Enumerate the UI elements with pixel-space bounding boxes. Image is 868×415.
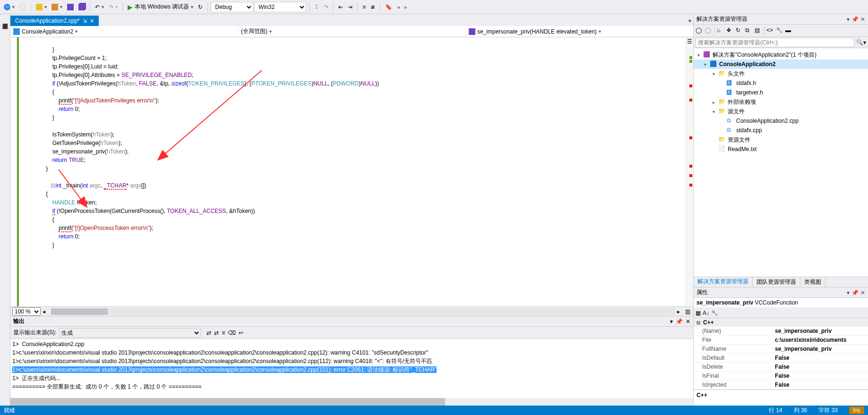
tab-class-view[interactable]: 类视图: [800, 277, 825, 288]
se-fwd-icon[interactable]: ◯: [705, 27, 713, 34]
se-home-icon[interactable]: ⌂: [717, 27, 724, 34]
props-grid[interactable]: ⊟C++ (Name)se_impersonate_privFilec:\use…: [694, 318, 868, 390]
status-line: 行 14: [769, 407, 782, 415]
new-item-button[interactable]: [34, 3, 49, 11]
se-refresh-icon[interactable]: ↻: [736, 27, 743, 34]
out-clear-icon[interactable]: ⌫: [228, 330, 236, 336]
save-all-button[interactable]: [77, 3, 87, 11]
code-area[interactable]: } tp.PrivilegeCount = 1; tp.Privileges[0…: [40, 37, 686, 306]
solution-tree[interactable]: ▾解决方案"ConsoleApplication2"(1 个项目) ▾Conso…: [694, 48, 868, 277]
out-tool-2-icon[interactable]: ⇄: [214, 330, 219, 336]
sln-node[interactable]: ▾解决方案"ConsoleApplication2"(1 个项目): [694, 50, 868, 59]
status-ins: Ins: [849, 407, 864, 414]
props-row[interactable]: Filec:\users\xinxin\documents: [694, 336, 868, 345]
config-select[interactable]: Debug: [211, 2, 253, 12]
step-over-icon[interactable]: ↷: [322, 3, 330, 11]
file-app-cpp[interactable]: ConsoleApplication2.cpp: [694, 116, 868, 126]
props-wrench-icon[interactable]: 🔧: [711, 310, 718, 316]
proj-node[interactable]: ▾ConsoleApplication2: [694, 59, 868, 69]
nav-back-button[interactable]: ←: [2, 3, 17, 11]
ext-deps-folder[interactable]: ▸外部依赖项: [694, 97, 868, 107]
props-pin-icon[interactable]: 📌: [851, 289, 859, 296]
props-row[interactable]: IsDefaultFalse: [694, 354, 868, 363]
se-showall-icon[interactable]: ▤: [755, 27, 762, 34]
file-readme[interactable]: ReadMe.txt: [694, 144, 868, 154]
se-prop-icon[interactable]: 🔧: [776, 27, 783, 34]
bookmark-prev-icon[interactable]: ◂: [395, 3, 402, 11]
nav-member-select[interactable]: se_impersonate_priv(HANDLE elevated_toke…: [466, 26, 693, 37]
zoom-select[interactable]: 100 %: [12, 307, 41, 316]
output-source-select[interactable]: 生成: [59, 328, 201, 338]
file-tab-active[interactable]: ConsoleApplication2.cpp* ⇲ ✕: [10, 16, 99, 26]
solution-explorer-toolbar: ◯ ◯ ⌂ ❖ ↻ ⧉ ▤ <> 🔧 ▬: [694, 25, 868, 37]
out-tool-1-icon[interactable]: ⇄: [206, 330, 211, 336]
se-pin-icon[interactable]: 📌: [851, 16, 859, 23]
se-dropdown-icon[interactable]: ▾: [847, 16, 850, 23]
tab-solution-explorer[interactable]: 解决方案资源管理器: [694, 276, 753, 288]
search-icon[interactable]: 🔍: [856, 39, 863, 46]
bookmark-next-icon[interactable]: ▸: [403, 3, 409, 11]
bookmark-icon[interactable]: 🔖: [383, 3, 394, 11]
src-folder[interactable]: ▾源文件: [694, 107, 868, 116]
output-body[interactable]: 1> ConsoleApplication2.cpp 1>c:\users\xi…: [10, 339, 693, 398]
props-cat-cpp[interactable]: ⊟C++: [694, 318, 868, 327]
split-view-icon[interactable]: ▥: [684, 308, 691, 315]
file-stdafx-h[interactable]: stdafx.h: [694, 78, 868, 88]
start-debug-button[interactable]: ▶本地 Windows 调试器: [126, 2, 195, 12]
undo-button[interactable]: ↶: [93, 3, 106, 11]
open-button[interactable]: [50, 3, 64, 11]
indent-more-icon[interactable]: ⇥: [346, 3, 354, 11]
output-close-icon[interactable]: ✕: [686, 318, 690, 325]
props-dropdown-icon[interactable]: ▾: [847, 289, 850, 296]
headers-folder[interactable]: ▾头文件: [694, 69, 868, 78]
indent-less-icon[interactable]: ⇤: [336, 3, 345, 11]
file-stdafx-cpp[interactable]: stdafx.cpp: [694, 126, 868, 135]
se-close-icon[interactable]: ✕: [860, 16, 865, 23]
props-toolbar: ▦ A↓ 🔧: [694, 308, 868, 318]
save-button[interactable]: [65, 3, 76, 11]
scroll-overview[interactable]: ☰: [686, 37, 693, 306]
output-pin-icon[interactable]: 📌: [676, 318, 683, 325]
out-wrap-icon[interactable]: ↩: [239, 330, 243, 336]
out-tool-3-icon[interactable]: ≡: [222, 330, 225, 336]
output-h-scrollbar[interactable]: [10, 398, 693, 406]
props-row[interactable]: IsDeleteFalse: [694, 363, 868, 372]
uncomment-icon[interactable]: ≢: [369, 3, 377, 11]
pin-icon[interactable]: ⇲: [83, 18, 87, 24]
props-row[interactable]: FullNamese_impersonate_priv: [694, 345, 868, 354]
se-back-icon[interactable]: ◯: [696, 27, 703, 34]
output-panel: 输出 ▾ 📌 ✕ 显示输出来源(S): 生成 ⇄ ⇄ ≡ ⌫ ↩ 1> Cons…: [10, 316, 693, 406]
restart-icon[interactable]: ↻: [196, 3, 205, 11]
props-row[interactable]: (Name)se_impersonate_priv: [694, 327, 868, 336]
props-row[interactable]: IsFinalFalse: [694, 372, 868, 381]
se-sync-icon[interactable]: ❖: [726, 27, 734, 34]
tab-team-explorer[interactable]: 团队资源管理器: [753, 277, 800, 288]
nav-scope-select[interactable]: ConsoleApplication2: [10, 26, 238, 37]
start-debug-label: 本地 Windows 调试器: [135, 3, 189, 11]
props-cat-icon[interactable]: ▦: [696, 310, 701, 316]
res-folder[interactable]: 资源文件: [694, 135, 868, 144]
output-dropdown-icon[interactable]: ▾: [670, 318, 673, 325]
se-code-icon[interactable]: <>: [766, 27, 774, 34]
search-dd-icon[interactable]: ▾: [863, 39, 866, 46]
comment-icon[interactable]: ≡: [361, 3, 368, 11]
nav-fwd-button[interactable]: [17, 3, 28, 11]
props-row[interactable]: IsInjectedFalse: [694, 381, 868, 390]
platform-select[interactable]: Win32: [254, 2, 306, 12]
h-scrollbar[interactable]: [51, 308, 675, 315]
code-editor[interactable]: } tp.PrivilegeCount = 1; tp.Privileges[0…: [10, 37, 693, 306]
step-into-icon[interactable]: ↧: [312, 3, 321, 11]
se-collapse-icon[interactable]: ⧉: [745, 27, 753, 34]
se-dark-icon[interactable]: ▬: [785, 27, 793, 34]
split-icon[interactable]: ☰: [687, 38, 692, 45]
file-targetver-h[interactable]: targetver.h: [694, 88, 868, 97]
close-icon[interactable]: ✕: [90, 18, 94, 24]
tab-overflow-icon[interactable]: ▾: [687, 16, 693, 26]
se-search-input[interactable]: [696, 38, 854, 47]
redo-button[interactable]: ↷: [107, 3, 120, 11]
code-nav-bar: ConsoleApplication2 (全局范围) se_impersonat…: [10, 26, 693, 37]
props-az-icon[interactable]: A↓: [703, 310, 709, 316]
nav-context-select[interactable]: (全局范围): [238, 26, 466, 37]
server-explorer-tab[interactable]: 服务器资源管理器: [0, 17, 10, 403]
props-close-icon[interactable]: ✕: [860, 289, 865, 296]
